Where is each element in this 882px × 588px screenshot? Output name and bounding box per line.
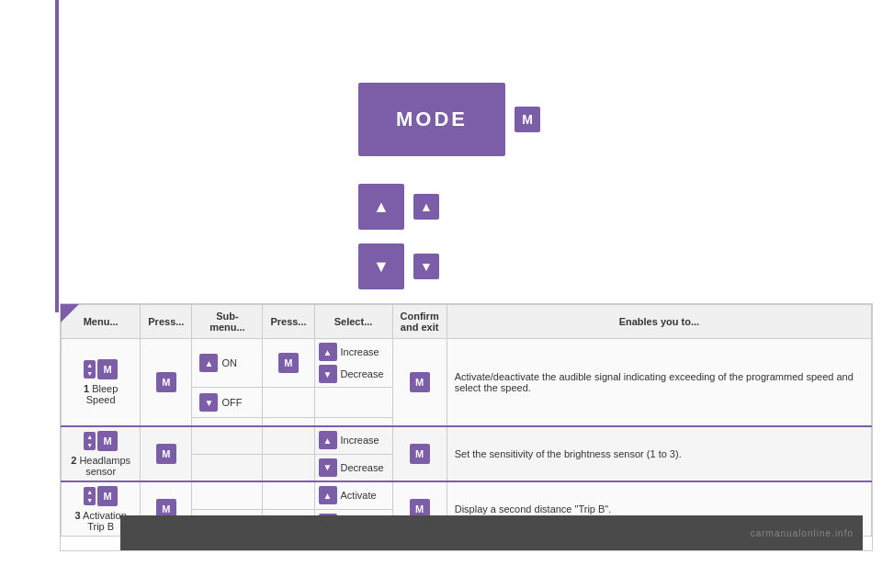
empty-submenu-1c <box>192 418 263 427</box>
down-arrow-badge-icon: ▼ <box>420 259 433 274</box>
enables-cell-2: Set the sensitivity of the brightness se… <box>447 426 871 481</box>
col-press2: Press... <box>263 305 314 339</box>
empty-select-1c <box>314 418 392 427</box>
mode-button[interactable]: MODE <box>358 83 505 156</box>
enables-cell-1: Activate/deactivate the audible signal i… <box>447 339 871 427</box>
submenu-cell-2b <box>192 454 263 481</box>
col-submenu: Sub-menu... <box>192 305 263 339</box>
select-cell-2a: ▲ Increase <box>314 426 392 454</box>
press-cell-1a: M <box>263 339 314 388</box>
corner-accent <box>61 304 79 322</box>
confirm-cell-2: M <box>392 426 447 481</box>
submenu-off-label: OFF <box>221 397 242 408</box>
select-cell-1b <box>314 388 392 418</box>
menu-cell-2: ▲ ▼ M 2 Headlampssensor <box>62 426 141 481</box>
submenu-on-label: ON <box>221 357 237 368</box>
table-header-row: Menu... Press... Sub-menu... Press... Se… <box>62 305 872 339</box>
m-press-1: M <box>156 372 176 392</box>
m-badge-mode: M <box>514 107 540 132</box>
submenu-cell-3a <box>192 481 263 509</box>
m-confirm-2: M <box>410 444 430 464</box>
m-icon-row1: M <box>97 359 118 379</box>
m-icon-row2: M <box>97 431 118 451</box>
submenu-cell-1b: ▼ OFF <box>192 388 263 418</box>
select-decrease-2b: Decrease <box>341 462 384 473</box>
down-arrow-badge: ▼ <box>413 254 439 279</box>
select-cell-2b: ▼ Decrease <box>314 454 392 481</box>
m-icon-row3: M <box>97 486 118 506</box>
col-enables: Enables you to... <box>447 305 871 339</box>
submenu-up-arrow-1: ▲ <box>199 354 218 372</box>
up-arrow-section: ▲ ▲ <box>358 184 439 230</box>
select-up-1a: ▲ <box>319 343 337 361</box>
select-increase-1a: Increase <box>341 346 379 357</box>
menu-cell-1: ▲ ▼ M 1 Bleep Speed <box>62 339 141 427</box>
down-arrow-icon: ▼ <box>373 257 390 277</box>
select-up-3a: ▲ <box>319 486 337 504</box>
col-select: Select... <box>314 305 392 339</box>
up-arrow-icon: ▲ <box>373 198 390 217</box>
empty-press-1c <box>263 418 314 427</box>
watermark-text: carmanualonline.info <box>751 528 854 538</box>
press-cell-2: M <box>141 426 192 481</box>
down-arrow-button[interactable]: ▼ <box>358 243 404 289</box>
mode-label: MODE <box>396 107 468 131</box>
table-row: ▲ ▼ M 2 Headlampssensor M <box>62 426 872 454</box>
confirm-cell-1: M <box>392 339 447 427</box>
down-arrow-section: ▼ ▼ <box>358 243 439 289</box>
top-section: MODE M ▲ ▲ ▼ ▼ <box>0 55 882 331</box>
select-activate-3a: Activate <box>341 490 377 501</box>
table-row: ▲ ▼ M 1 Bleep Speed M ▲ <box>62 339 872 388</box>
press-cell-1b <box>263 388 314 418</box>
select-down-2b: ▼ <box>319 458 337 477</box>
press-cell-2b <box>263 454 314 481</box>
menu-item-2-label: 2 Headlampssensor <box>69 455 132 477</box>
press-cell-1: M <box>141 339 192 427</box>
select-cell-1a: ▲ Increase ▼ Decrease <box>314 339 392 388</box>
submenu-cell-2a <box>192 426 263 454</box>
table-row: ▲ ▼ M 3 ActivationTrip B M <box>62 481 872 509</box>
m-confirm-1: M <box>410 372 430 392</box>
submenu-down-arrow-1: ▼ <box>199 393 218 412</box>
instruction-table-container: Menu... Press... Sub-menu... Press... Se… <box>60 303 873 551</box>
select-down-1a: ▼ <box>319 365 337 383</box>
menu-item-1-label: 1 Bleep Speed <box>69 383 132 405</box>
bottom-watermark-bar: carmanualonline.info <box>120 515 863 550</box>
mode-container: MODE M <box>358 83 540 156</box>
press-cell-2a <box>263 426 314 454</box>
select-increase-2a: Increase <box>341 435 379 446</box>
instruction-table: Menu... Press... Sub-menu... Press... Se… <box>61 304 872 537</box>
select-cell-3a: ▲ Activate <box>314 481 392 509</box>
col-confirm: Confirmand exit <box>392 305 447 339</box>
press-cell-3a <box>263 481 314 509</box>
submenu-cell-1a: ▲ ON <box>192 339 263 388</box>
up-arrow-badge-icon: ▲ <box>420 199 433 214</box>
m-press-1a: M <box>278 353 299 373</box>
up-arrow-button[interactable]: ▲ <box>358 184 404 230</box>
m-press-2: M <box>156 444 176 464</box>
select-decrease-1a: Decrease <box>341 368 384 379</box>
up-arrow-badge: ▲ <box>413 194 439 220</box>
col-press1: Press... <box>141 305 192 339</box>
select-up-2a: ▲ <box>319 431 337 449</box>
